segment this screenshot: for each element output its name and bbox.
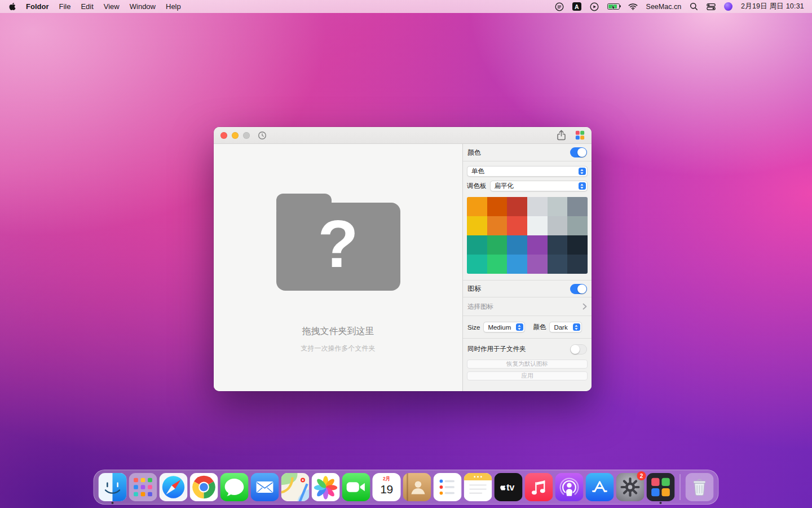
control-center-icon[interactable] <box>707 2 716 11</box>
folder-drop-area[interactable]: ? 拖拽文件夹到这里 支持一次操作多个文件夹 <box>214 144 462 391</box>
seemac-status-item[interactable]: SeeMac.cn <box>646 3 682 11</box>
svg-text:tv: tv <box>506 483 514 492</box>
palette-swatch[interactable] <box>527 235 548 255</box>
palette-swatch[interactable] <box>567 235 588 255</box>
dock-reminders[interactable] <box>434 473 462 501</box>
dock-tv[interactable]: tv <box>495 473 523 501</box>
palette-row: 调色板 扁平化 <box>467 181 588 191</box>
wifi-icon[interactable] <box>628 2 638 11</box>
icon-toggle[interactable] <box>570 284 587 294</box>
history-clock-icon[interactable] <box>258 131 267 140</box>
dock-maps[interactable] <box>281 473 310 501</box>
dock-app-store[interactable] <box>586 473 614 501</box>
icon-color-label: 颜色 <box>533 323 546 331</box>
chevron-right-icon <box>582 303 587 310</box>
palette-swatch[interactable] <box>507 255 527 274</box>
dock-messages[interactable] <box>220 473 249 501</box>
palette-swatch[interactable] <box>567 216 588 235</box>
dock-finder[interactable] <box>99 473 127 501</box>
palette-swatch[interactable] <box>527 255 548 274</box>
running-indicator <box>660 502 662 504</box>
input-source-icon[interactable]: A <box>572 2 581 11</box>
dock-trash[interactable] <box>686 473 714 501</box>
subfolders-toggle[interactable] <box>570 344 587 354</box>
color-mode-select[interactable]: 单色 <box>467 166 588 177</box>
palette-swatch[interactable] <box>467 197 487 216</box>
foldor-window: ? 拖拽文件夹到这里 支持一次操作多个文件夹 颜色 单色 调色板 扁平化 <box>214 127 592 391</box>
zoom-button[interactable] <box>243 132 250 139</box>
apple-menu-icon[interactable] <box>9 2 16 11</box>
icon-color-select[interactable]: Dark <box>549 322 582 332</box>
menubar-left: Foldor File Edit View Window Help <box>9 2 181 11</box>
stepper-arrows-icon <box>516 323 523 331</box>
menu-edit[interactable]: Edit <box>81 2 93 11</box>
dock-mail[interactable] <box>251 473 279 501</box>
choose-icon-row[interactable]: 选择图标 <box>463 297 592 316</box>
battery-icon[interactable] <box>607 2 620 11</box>
palette-swatch[interactable] <box>567 255 588 274</box>
drop-title: 拖拽文件夹到这里 <box>302 326 374 338</box>
palette-select[interactable]: 扁平化 <box>490 181 588 191</box>
folder-body: ? <box>276 203 400 291</box>
menu-extra-icon[interactable] <box>555 2 564 11</box>
palette-swatch[interactable] <box>487 197 508 216</box>
color-section-header: 颜色 <box>463 144 592 161</box>
icon-section-label: 图标 <box>467 284 481 294</box>
share-icon[interactable] <box>557 130 566 141</box>
palette-swatch[interactable] <box>487 235 508 255</box>
assistant-orb-icon[interactable] <box>724 2 732 11</box>
palette-swatch[interactable] <box>548 216 568 235</box>
now-playing-icon[interactable] <box>590 2 599 11</box>
menu-window[interactable]: Window <box>130 2 156 11</box>
app-grid-icon[interactable] <box>575 130 585 140</box>
palette-value: 扁平化 <box>495 182 514 190</box>
palette-swatch[interactable] <box>548 197 568 216</box>
icon-section-header: 图标 <box>463 280 592 297</box>
dock-foldor[interactable] <box>647 473 675 501</box>
placeholder-folder-icon: ? <box>276 194 400 291</box>
palette-swatch[interactable] <box>467 255 487 274</box>
palette-swatch[interactable] <box>548 255 568 274</box>
minimize-button[interactable] <box>232 132 239 139</box>
menu-file[interactable]: File <box>59 2 70 11</box>
dock-podcasts[interactable] <box>555 473 584 501</box>
palette-swatch[interactable] <box>567 197 588 216</box>
menubar-clock[interactable]: 2月19日 周日 10:31 <box>741 2 804 11</box>
dock-launchpad[interactable] <box>129 473 157 501</box>
apply-button[interactable]: 应用 <box>467 371 588 380</box>
spotlight-icon[interactable] <box>690 2 698 11</box>
palette-swatch[interactable] <box>507 235 527 255</box>
palette-swatch[interactable] <box>507 197 527 216</box>
palette-swatch[interactable] <box>548 235 568 255</box>
palette-swatch[interactable] <box>527 197 548 216</box>
dock-music[interactable] <box>525 473 553 501</box>
window-content: ? 拖拽文件夹到这里 支持一次操作多个文件夹 颜色 单色 调色板 扁平化 <box>214 144 592 391</box>
question-mark: ? <box>317 211 358 283</box>
dock-photos[interactable] <box>312 473 340 501</box>
restore-default-button[interactable]: 恢复为默认图标 <box>467 360 588 369</box>
dock-calendar[interactable]: 2月 19 <box>373 473 401 501</box>
palette-swatch[interactable] <box>467 235 487 255</box>
dock-facetime[interactable] <box>342 473 370 501</box>
dock-notes[interactable] <box>464 473 492 501</box>
size-select[interactable]: Medium <box>483 322 525 332</box>
window-titlebar[interactable] <box>214 127 592 144</box>
close-button[interactable] <box>220 132 227 139</box>
subfolders-row: 同时作用于子文件夹 <box>463 339 592 360</box>
dock-system-preferences[interactable]: 2 <box>616 473 645 501</box>
dock-safari[interactable] <box>160 473 188 501</box>
color-toggle[interactable] <box>570 147 587 157</box>
color-palette-grid <box>467 197 588 274</box>
dock-contacts[interactable] <box>403 473 431 501</box>
palette-swatch[interactable] <box>487 255 508 274</box>
palette-swatch[interactable] <box>467 216 487 235</box>
palette-swatch[interactable] <box>487 216 508 235</box>
palette-swatch[interactable] <box>507 216 527 235</box>
titlebar-actions <box>557 130 585 141</box>
menu-view[interactable]: View <box>104 2 120 11</box>
dock-chrome[interactable] <box>190 473 218 501</box>
palette-swatch[interactable] <box>527 216 548 235</box>
icon-size-row: Size Medium 颜色 Dark <box>463 316 592 339</box>
app-menu-foldor[interactable]: Foldor <box>26 2 48 11</box>
menu-help[interactable]: Help <box>166 2 181 11</box>
